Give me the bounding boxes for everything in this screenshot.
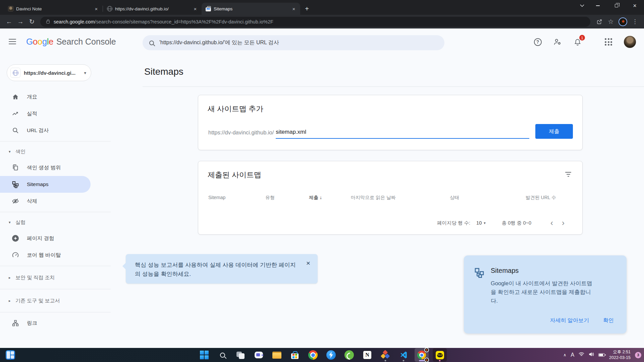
taskbar-search-icon[interactable] [215,348,229,362]
tab-close-icon[interactable]: × [93,6,99,12]
sidebar-item-sitemaps[interactable]: Sitemaps [0,176,91,193]
taskbar-chat-icon[interactable] [252,348,266,362]
page-experience-icon [11,234,19,242]
notification-count-badge[interactable]: 3 [635,352,641,358]
tab-title: Sitemaps [214,6,288,11]
divider [0,289,111,289]
taskbar-microsoft-store-icon[interactable] [288,348,302,362]
sidebar-group-index[interactable]: ▾ 색인 [0,144,111,159]
confirm-link[interactable]: 확인 [603,317,614,324]
add-sitemap-card: 새 사이트맵 추가 https://dv-davinci.github.io/ … [198,95,583,150]
lock-icon [46,21,50,23]
sitemap-input[interactable] [276,129,529,139]
column-header-status[interactable]: 상태 [450,195,524,201]
reload-icon[interactable]: ↻ [26,16,38,27]
previous-page-icon[interactable]: ‹ [546,220,557,226]
taskbar-center: N TALK [197,348,447,362]
url-host: search.google.com [54,19,95,24]
sidebar-item-links[interactable]: 링크 [0,315,111,331]
sidebar-item-coverage[interactable]: 색인 생성 범위 [0,159,111,176]
tab-davinci-note[interactable]: Davinci Note × [4,3,103,15]
taskbar-task-view-icon[interactable] [233,348,248,362]
url-inspect-search[interactable]: 'https://dv-davinci.github.io/'에 있는 모든 U… [143,35,444,50]
tab-close-icon[interactable]: × [192,6,198,12]
taskbar-vscode-icon[interactable] [396,348,411,362]
product-name: Search Console [56,37,116,47]
sidebar-item-core-web-vitals[interactable]: 코어 웹 바이탈 [0,247,111,263]
submit-button[interactable]: 제출 [535,124,573,139]
learn-more-link[interactable]: 자세히 알아보기 [550,317,589,324]
share-icon[interactable] [594,16,605,27]
rows-per-page-value[interactable]: 10 [476,220,482,226]
column-header-type[interactable]: 유형 [265,195,309,201]
back-icon[interactable]: ← [3,16,15,27]
next-page-icon[interactable]: › [557,220,569,226]
taskbar-chrome-icon[interactable] [306,348,320,362]
volume-icon[interactable] [589,352,594,358]
sidebar-item-overview[interactable]: 개요 [0,88,111,105]
close-icon[interactable]: × [306,259,310,267]
browser-menu-icon[interactable]: ⋮ [629,16,641,27]
taskbar-lightning-app-icon[interactable] [324,348,338,362]
forward-icon[interactable]: → [15,16,26,27]
close-button[interactable]: × [626,0,644,11]
bookmark-star-icon[interactable]: ☆ [605,16,616,27]
sidebar-item-url-inspection[interactable]: URL 검사 [0,122,111,139]
portrait-favicon [8,6,13,11]
sidebar-group-label: 보안 및 직접 조치 [15,275,55,281]
sitemaps-info-card: Sitemaps Google이 내 사이트에서 발견한 사이트맵을 확인하고 … [464,255,627,334]
column-header-submitted[interactable]: 제출↓ [309,195,351,201]
address-bar[interactable]: search.google.com/search-console/sitemap… [40,17,590,27]
tab-search-icon[interactable] [575,0,589,11]
taskbar-widgets-icon[interactable] [3,348,17,362]
sidebar-group-experience[interactable]: ▾ 실험 [0,215,111,230]
account-avatar[interactable] [624,36,636,48]
globe-icon [13,70,18,76]
column-header-last-read[interactable]: 마지막으로 읽은 날짜 [351,195,450,201]
sidebar-group-legacy-tools[interactable]: ▸ 기존 도구 및 보고서 [0,292,111,310]
taskbar-spring-icon[interactable] [342,348,356,362]
help-icon[interactable]: ? [533,37,542,47]
filter-icon[interactable] [565,172,572,177]
taskbar-kakaotalk-icon[interactable]: TALK [433,348,447,362]
browser-profile-avatar[interactable] [619,17,627,26]
column-header-discovered-urls[interactable]: 발견된 URL 수 [524,195,556,201]
taskbar-file-explorer-icon[interactable] [270,348,284,362]
ime-indicator[interactable]: A [571,352,574,358]
taskbar-notion-icon[interactable]: N [360,348,374,362]
sort-down-icon: ↓ [320,195,322,200]
tray-date: 2022-03-15 [609,355,631,361]
user-settings-icon[interactable] [553,37,562,47]
tray-chevron-up-icon[interactable]: ∧ [564,353,567,357]
sidebar-item-page-experience[interactable]: 페이지 경험 [0,230,111,247]
restore-button[interactable] [607,0,626,11]
hamburger-menu-icon[interactable] [9,39,16,44]
sidebar-item-label: URL 검사 [27,127,49,134]
sidebar-item-removals[interactable]: 삭제 [0,193,111,209]
wifi-icon[interactable] [579,352,584,358]
minimize-button[interactable] [589,0,607,11]
notifications-bell-icon[interactable]: 1 [573,37,582,47]
tab-dv-davinci[interactable]: https://dv-davinci.github.io/ × [103,3,202,15]
sidebar-group-security[interactable]: ▸ 보안 및 직접 조치 [0,268,111,287]
sidebar-item-performance[interactable]: 실적 [0,105,111,122]
sidebar-group-label: 실험 [15,219,25,226]
taskbar-diamond-app-icon[interactable] [378,348,392,362]
sidebar-item-label: 페이지 경험 [27,235,54,242]
search-console-logo[interactable]: Google Search Console [26,37,116,47]
core-report-tooltip: 핵심 성능 보고서를 사용하여 실제 사용 데이터에 기반한 페이지의 성능을 … [126,254,318,284]
new-tab-button[interactable]: + [302,4,312,13]
chevron-down-icon[interactable]: ▾ [484,221,486,225]
tab-close-icon[interactable]: × [291,6,297,12]
google-apps-grid-icon[interactable] [604,37,613,47]
tray-clock[interactable]: 오후 2:51 2022-03-15 [609,349,631,361]
property-selector[interactable]: https://dv-davinci.gi... ▾ [7,64,91,81]
tab-sitemaps-active[interactable]: Sitemaps × [202,3,300,15]
taskbar-start-icon[interactable] [197,348,211,362]
taskbar-chrome-profile-icon[interactable] [415,348,429,362]
add-sitemap-title: 새 사이트맵 추가 [208,104,573,114]
column-header-sitemap[interactable]: Sitemap [208,195,265,201]
rows-per-page-label: 페이지당 행 수: [437,220,470,226]
sidebar-group-label: 색인 [15,148,25,155]
battery-icon[interactable] [598,353,605,357]
